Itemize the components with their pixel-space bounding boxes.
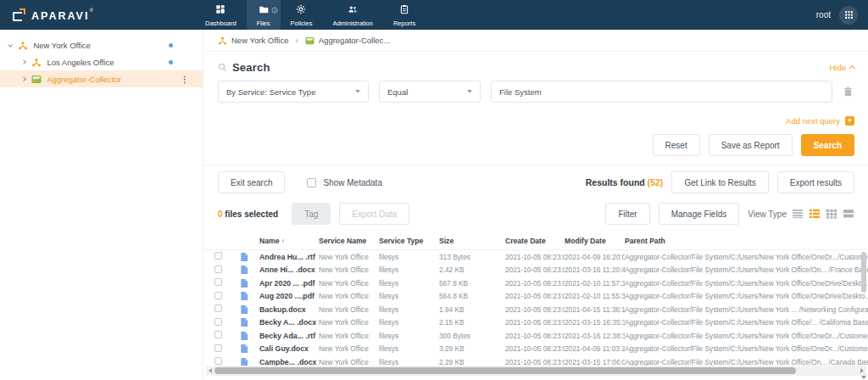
cell-name: Aug 2020 ....pdf: [259, 292, 319, 300]
reset-button[interactable]: Reset: [653, 134, 700, 156]
row-checkbox[interactable]: [214, 252, 222, 260]
nav-tab-administration[interactable]: Administration: [322, 0, 383, 30]
results-count: (52): [648, 177, 664, 187]
table-row[interactable]: Andrea Hu... .rtfNew York Officefilesys3…: [204, 250, 868, 264]
query-field-select[interactable]: By Service: Service Type: [218, 81, 369, 103]
tag-button[interactable]: Tag: [292, 203, 331, 225]
search-button[interactable]: Search: [801, 134, 854, 156]
sidebar-item-los-angeles-office[interactable]: Los Angeles Office: [0, 53, 203, 70]
chevron-down-icon[interactable]: [8, 42, 13, 48]
table-header-row: Name ↑Service NameService TypeSizeCreate…: [204, 232, 868, 250]
grid-view-icon[interactable]: [826, 209, 837, 219]
results-found-label: Results found: [586, 177, 645, 187]
cell-name: Cali Guy.docx: [259, 344, 319, 353]
aparavi-app-window: APARAVI® DashboardFilesPoliciesAdministr…: [0, 0, 868, 380]
show-metadata-toggle[interactable]: Show Metadata: [307, 178, 382, 187]
sidebar-item-aggregator-collector[interactable]: Aggregator-Collector⋮: [0, 70, 203, 87]
save-as-report-button[interactable]: Save as Report: [709, 134, 793, 156]
row-checkbox[interactable]: [214, 278, 222, 286]
export-results-button[interactable]: Export results: [777, 171, 854, 193]
row-checkbox[interactable]: [214, 265, 222, 273]
column-header-name[interactable]: Name ↑: [259, 237, 319, 245]
cell-create-date: 2021-10-05 08:23:05: [505, 332, 565, 340]
exit-search-button[interactable]: Exit search: [218, 171, 285, 193]
chevron-right-icon[interactable]: [21, 59, 26, 64]
table-row[interactable]: Becky A... .docxNew York Officefilesys2.…: [204, 316, 868, 330]
table-row[interactable]: Becky Ada... .rtfNew York Officefilesys3…: [204, 329, 868, 343]
hide-search-link[interactable]: Hide: [829, 63, 854, 72]
column-header-service-type[interactable]: Service Type: [379, 237, 439, 245]
nav-tab-label: Administration: [332, 20, 373, 27]
kebab-menu-icon[interactable]: ⋮: [181, 75, 189, 84]
list-view-icon[interactable]: [792, 209, 804, 219]
aparavi-logo-icon: [13, 8, 25, 21]
add-next-query[interactable]: Add next query +: [204, 116, 868, 126]
results-toolbar: Exit search Show Metadata Results found …: [204, 165, 868, 198]
nav-tab-files[interactable]: Files: [247, 0, 281, 30]
files-selected-count: 0: [218, 210, 223, 219]
nav-tab-policies[interactable]: Policies: [281, 0, 323, 30]
scroll-left-arrow-icon[interactable]: [209, 368, 212, 373]
file-icon: [240, 278, 248, 288]
cell-modify-date: 2021-03-16 11:20:46: [565, 265, 625, 274]
row-checkbox[interactable]: [214, 357, 222, 365]
user-name[interactable]: root: [816, 10, 831, 20]
cell-size: 300 Bytes: [439, 332, 505, 340]
registered-mark: ®: [89, 8, 92, 13]
table-row[interactable]: Aug 2020 ....pdfNew York Officefilesys56…: [204, 290, 868, 304]
row-checkbox[interactable]: [214, 344, 222, 352]
vertical-scrollbar[interactable]: [861, 252, 866, 293]
cell-service-type: filesys: [379, 344, 439, 353]
cell-modify-date: 2021-04-09 11:03:20: [565, 344, 625, 353]
row-checkbox[interactable]: [214, 292, 222, 299]
query-value-text: File System: [499, 87, 542, 97]
top-nav-bar: APARAVI® DashboardFilesPoliciesAdministr…: [0, 0, 868, 30]
cell-parent-path: Aggregator-Collector/File System/C:/User…: [625, 292, 868, 300]
scroll-right-arrow-icon[interactable]: [860, 368, 864, 373]
show-metadata-checkbox[interactable]: [307, 178, 316, 187]
horizontal-scrollbar[interactable]: [206, 366, 866, 376]
table-row[interactable]: Cali Guy.docxNew York Officefilesys3.29 …: [204, 343, 868, 356]
chevron-right-icon[interactable]: [21, 76, 26, 81]
column-header-service-name[interactable]: Service Name: [319, 237, 379, 245]
card-view-icon[interactable]: [843, 209, 854, 219]
detail-view-icon[interactable]: [809, 209, 821, 219]
column-header-size[interactable]: Size: [439, 237, 505, 245]
aparavi-logo[interactable]: APARAVI®: [0, 8, 93, 23]
cell-create-date: 2021-10-05 08:23:05: [505, 305, 565, 314]
sidebar-item-new-york-office[interactable]: New York Office: [0, 36, 203, 53]
cell-parent-path: Aggregator-Collector/File System/C:/User…: [625, 344, 868, 353]
nav-tab-label: Policies: [291, 20, 313, 27]
cell-service-name: New York Office: [319, 344, 379, 353]
column-header-modify-date[interactable]: Modify Date: [565, 237, 625, 245]
search-actions: Reset Save as Report Search: [204, 134, 868, 156]
delete-query-icon[interactable]: [843, 86, 854, 98]
row-checkbox[interactable]: [214, 305, 222, 312]
files-icon: [259, 3, 269, 18]
cell-create-date: 2021-10-05 08:23:05: [505, 265, 565, 274]
row-checkbox[interactable]: [214, 331, 222, 338]
cell-modify-date: 2021-02-10 11:57:38: [565, 279, 625, 288]
column-header-create-date[interactable]: Create Date: [505, 237, 565, 245]
table-row[interactable]: Anne Hi... .docxNew York Officefilesys2.…: [204, 264, 868, 277]
apps-grid-icon[interactable]: [839, 6, 858, 25]
manage-fields-button[interactable]: Manage Fields: [659, 203, 740, 225]
row-checkbox[interactable]: [214, 318, 222, 326]
nav-tab-reports[interactable]: Reports: [383, 0, 426, 30]
nav-tab-dashboard[interactable]: Dashboard: [195, 0, 247, 30]
breadcrumb-item-new-york-office[interactable]: New York Office: [218, 36, 288, 45]
export-data-button[interactable]: Export Data: [339, 203, 409, 225]
scroll-down-arrow-icon[interactable]: [861, 376, 866, 379]
cell-modify-date: 2021-02-10 11:55:38: [565, 292, 625, 300]
file-icon: [240, 331, 248, 341]
filter-button[interactable]: Filter: [605, 203, 649, 225]
query-operator-select[interactable]: Equal: [379, 81, 481, 103]
cell-size: 2.15 KB: [439, 318, 505, 327]
breadcrumb-item-aggregator-collec[interactable]: Aggregator-Collec...: [305, 36, 390, 45]
get-link-to-results-button[interactable]: Get Link to Results: [671, 171, 768, 193]
table-row[interactable]: Backup.docxNew York Officefilesys1.94 KB…: [204, 303, 868, 316]
horizontal-scrollbar-thumb[interactable]: [214, 367, 796, 374]
column-header-parent-path[interactable]: Parent Path: [625, 237, 868, 245]
table-row[interactable]: Apr 2020 ... .pdfNew York Officefilesys5…: [204, 277, 868, 290]
query-value-input[interactable]: File System: [491, 81, 832, 103]
